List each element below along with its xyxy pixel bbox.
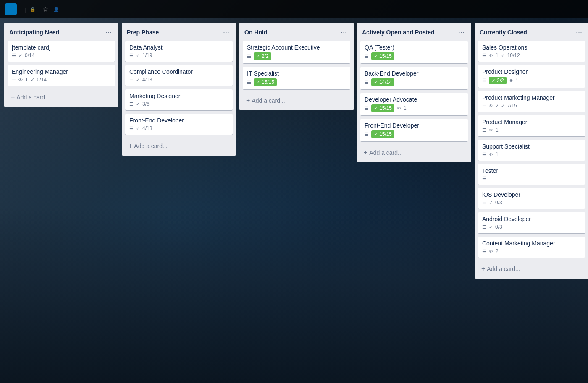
card[interactable]: Front-End Developer☰✓15/15	[360, 119, 468, 141]
card[interactable]: Product Designer☰✓2/2👁1	[478, 65, 585, 88]
checklist-icon: ✓	[18, 53, 22, 58]
card[interactable]: Product Marketing Manager☰👁2✓7/15	[478, 91, 585, 112]
card-meta: ☰✓14/14	[365, 78, 464, 86]
badge-text: 2/2	[262, 53, 269, 59]
add-card-prep-phase[interactable]: +Add a card...	[125, 140, 233, 152]
card[interactable]: Strategic Account Executive☰✓2/2	[243, 41, 350, 63]
check-icon: ✓	[374, 105, 378, 111]
card-meta: ☰✓0/3	[482, 200, 581, 206]
checklist-icon: ✓	[136, 53, 140, 58]
card-title: iOS Developer	[482, 191, 581, 198]
card-title: Back-End Developer	[365, 70, 464, 77]
plus-icon: +	[11, 94, 15, 101]
header-divider: |	[24, 6, 26, 13]
check-icon: ✓	[491, 78, 496, 83]
checklist-icon: ✓	[136, 126, 140, 131]
watch-icon: 👁	[489, 104, 493, 108]
card[interactable]: Sales Operations☰👁1✓10/12	[478, 41, 585, 62]
checklist-text: 0/14	[25, 52, 34, 58]
column-title-currently-closed: Currently Closed	[480, 29, 574, 36]
watch-icon: 👁	[18, 78, 23, 82]
add-card-anticipating-need[interactable]: +Add a card...	[8, 91, 115, 104]
card[interactable]: Back-End Developer☰✓14/14	[360, 67, 468, 89]
column-header-prep-phase: Prep Phase···	[122, 23, 236, 41]
card-title: [template card]	[12, 44, 111, 51]
card[interactable]: [template card]☰✓0/14	[8, 41, 115, 62]
column-header-actively-open: Actively Open and Posted···	[357, 23, 471, 41]
app-logo[interactable]	[5, 3, 17, 15]
column-menu-actively-open[interactable]: ···	[457, 27, 466, 37]
card-title: Android Developer	[482, 216, 581, 222]
add-card-label: Add a card...	[134, 143, 167, 149]
card-meta: ☰✓15/15	[247, 78, 346, 86]
check-icon: ✓	[374, 79, 378, 85]
card[interactable]: Tester☰	[478, 164, 585, 185]
card[interactable]: Front-End Developer☰✓4/13	[125, 114, 233, 135]
cards-currently-closed: Sales Operations☰👁1✓10/12Product Designe…	[475, 41, 588, 261]
column-currently-closed: Currently Closed···Sales Operations☰👁1✓1…	[475, 23, 588, 279]
star-button[interactable]: ☆	[41, 5, 50, 13]
card[interactable]: Android Developer☰✓0/3	[478, 212, 585, 233]
header-team[interactable]: 👤	[53, 7, 61, 12]
card-meta: ☰👁1	[482, 127, 581, 133]
checklist-icon: ✓	[136, 77, 140, 83]
badge-text: 14/14	[379, 79, 392, 85]
description-icon: ☰	[482, 152, 486, 157]
checklist-text: 3/6	[142, 101, 150, 107]
column-menu-currently-closed[interactable]: ···	[574, 27, 584, 37]
card[interactable]: QA (Tester)☰✓15/15	[360, 41, 468, 63]
checklist-badge: ✓15/15	[371, 104, 394, 112]
description-icon: ☰	[365, 106, 369, 111]
checklist-badge: ✓15/15	[371, 130, 394, 138]
column-menu-prep-phase[interactable]: ···	[221, 27, 231, 37]
description-icon: ☰	[129, 77, 134, 83]
card[interactable]: Marketing Designer☰✓3/6	[125, 89, 233, 110]
card-meta: ☰✓15/15	[365, 52, 464, 60]
description-icon: ☰	[482, 53, 486, 58]
card-title: Compliance Coordinator	[129, 68, 228, 75]
column-title-prep-phase: Prep Phase	[127, 29, 221, 36]
description-icon: ☰	[482, 128, 486, 133]
badge-text: 15/15	[379, 53, 392, 59]
card-meta: ☰✓3/6	[129, 101, 228, 107]
card-title: QA (Tester)	[365, 44, 464, 51]
watch-count: 1	[496, 151, 499, 157]
column-anticipating-need: Anticipating Need···[template card]☰✓0/1…	[4, 23, 118, 107]
add-card-currently-closed[interactable]: +Add a card...	[478, 263, 585, 275]
card[interactable]: iOS Developer☰✓0/3	[478, 188, 585, 209]
description-icon: ☰	[247, 80, 251, 85]
card-meta: ☰✓0/3	[482, 224, 581, 230]
watch-count: 1	[496, 52, 499, 58]
checklist-icon: ✓	[501, 53, 505, 58]
card[interactable]: Support Specialist☰👁1	[478, 140, 585, 161]
column-header-anticipating-need: Anticipating Need···	[4, 23, 118, 41]
add-card-actively-open[interactable]: +Add a card...	[360, 146, 468, 159]
column-menu-anticipating-need[interactable]: ···	[104, 27, 113, 37]
card-title: Strategic Account Executive	[247, 44, 346, 51]
header-org[interactable]: 🔒	[30, 7, 37, 12]
column-header-currently-closed: Currently Closed···	[475, 23, 588, 41]
column-menu-on-hold[interactable]: ···	[339, 27, 349, 37]
add-card-on-hold[interactable]: +Add a card...	[243, 94, 350, 107]
card-meta: ☰✓15/15	[365, 130, 464, 138]
card[interactable]: Product Manager☰👁1	[478, 115, 585, 136]
description-icon: ☰	[247, 54, 251, 59]
add-card-label: Add a card...	[369, 149, 402, 156]
plus-icon: +	[246, 97, 250, 104]
cards-prep-phase: Data Analyst☰✓1/19Compliance Coordinator…	[122, 41, 236, 138]
card[interactable]: Content Marketing Manager☰👁2	[478, 237, 585, 258]
description-icon: ☰	[129, 102, 134, 107]
watch-count: 2	[496, 248, 499, 254]
card-title: Data Analyst	[129, 44, 228, 51]
watch-count: 1	[25, 77, 28, 83]
card[interactable]: Data Analyst☰✓1/19	[125, 41, 233, 62]
card[interactable]: Compliance Coordinator☰✓4/13	[125, 65, 233, 86]
cards-anticipating-need: [template card]☰✓0/14Engineering Manager…	[4, 41, 118, 89]
card[interactable]: IT Specialist☰✓15/15	[243, 67, 350, 89]
card[interactable]: Engineering Manager☰👁1✓0/14	[8, 65, 115, 86]
column-on-hold: On Hold···Strategic Account Executive☰✓2…	[239, 23, 354, 110]
description-icon: ☰	[365, 54, 369, 59]
card-title: IT Specialist	[247, 70, 346, 77]
badge-text: 15/15	[379, 105, 392, 111]
card[interactable]: Developer Advocate☰✓15/15👁1	[360, 93, 468, 115]
